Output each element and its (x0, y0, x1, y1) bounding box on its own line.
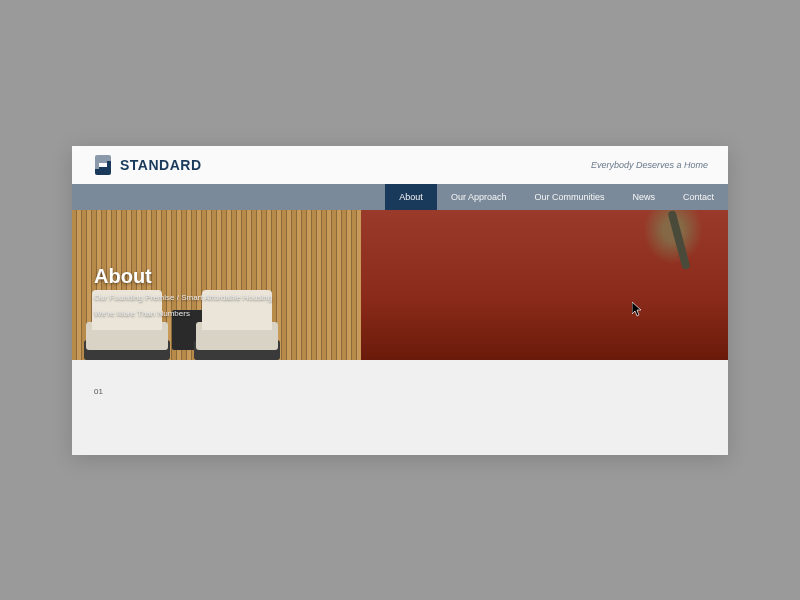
logo-icon (92, 154, 114, 176)
main-nav: About Our Approach Our Communities News … (72, 184, 728, 210)
hero-subtitle-2: We're More Than Numbers (94, 308, 272, 321)
hero-text-block: About Our Founding Premise / Smart Affor… (94, 265, 272, 322)
nav-news[interactable]: News (618, 184, 669, 210)
tagline: Everybody Deserves a Home (591, 160, 708, 170)
hero-image-right (361, 210, 728, 360)
nav-about[interactable]: About (385, 184, 437, 210)
brand-name: STANDARD (120, 157, 202, 173)
nav-contact[interactable]: Contact (669, 184, 728, 210)
page-number: 01 (94, 387, 103, 396)
hero-subtitle-1: Our Founding Premise / Smart Affordable … (94, 292, 272, 305)
page-title: About (94, 265, 272, 288)
svg-rect-1 (107, 161, 111, 169)
nav-our-communities[interactable]: Our Communities (520, 184, 618, 210)
svg-rect-0 (95, 161, 99, 169)
hero-section: About Our Founding Premise / Smart Affor… (72, 210, 728, 360)
page-container: STANDARD Everybody Deserves a Home About… (72, 146, 728, 455)
site-header: STANDARD Everybody Deserves a Home (72, 146, 728, 184)
nav-our-approach[interactable]: Our Approach (437, 184, 521, 210)
content-area: 01 (72, 360, 728, 455)
logo[interactable]: STANDARD (92, 154, 202, 176)
cursor-icon (632, 302, 643, 321)
